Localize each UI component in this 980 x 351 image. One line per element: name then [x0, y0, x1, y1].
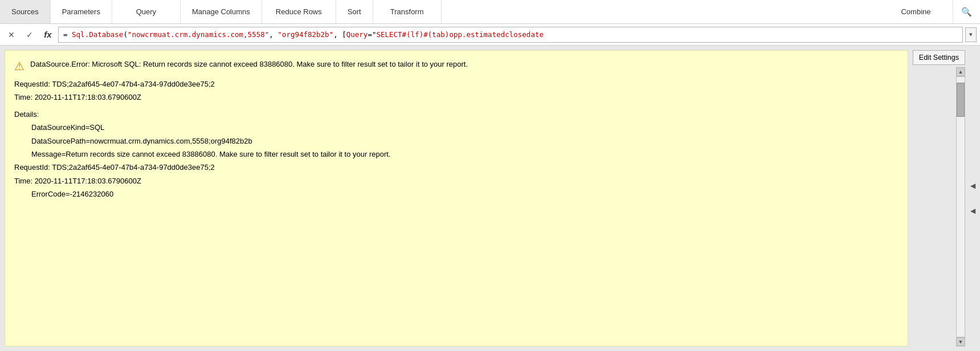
time-2: Time: 2020-11-11T17:18:03.6790600Z: [14, 174, 899, 187]
menu-manage-columns[interactable]: Manage Columns: [181, 0, 262, 23]
error-box: ⚠ DataSource.Error: Microsoft SQL: Retur…: [5, 50, 908, 346]
menu-sort[interactable]: Sort: [336, 0, 373, 23]
collapse-up-arrow[interactable]: ◀: [970, 182, 975, 190]
menu-bar: Sources Parameters Query Manage Columns …: [0, 0, 980, 24]
search-icon: 🔍: [961, 7, 972, 17]
menu-query[interactable]: Query: [112, 0, 181, 23]
collapse-arrows: ◀ ◀: [967, 48, 978, 349]
formula-input[interactable]: = Sql.Database("nowcrmuat.crm.dynamics.c…: [58, 27, 963, 43]
content-area: ⚠ DataSource.Error: Microsoft SQL: Retur…: [0, 46, 980, 351]
datasource-path: DataSourcePath=nowcrmuat.crm.dynamics.co…: [14, 134, 899, 148]
menu-parameters-label: Parameters: [62, 7, 100, 16]
scroll-up-arrow[interactable]: ▲: [956, 67, 965, 76]
menu-manage-columns-label: Manage Columns: [192, 7, 250, 16]
menu-transform[interactable]: Transform: [373, 0, 442, 23]
error-body: RequestId: TDS;2a2af645-4e07-47b4-a734-9…: [14, 77, 899, 201]
menu-combine[interactable]: Combine: [879, 0, 953, 23]
menu-transform-label: Transform: [390, 7, 424, 16]
scroll-thumb[interactable]: [957, 83, 965, 117]
request-id-2: RequestId: TDS;2a2af645-4e07-47b4-a734-9…: [14, 161, 899, 174]
formula-text: = Sql.Database("nowcrmuat.crm.dynamics.c…: [63, 30, 958, 39]
menu-query-label: Query: [136, 7, 156, 16]
fx-button[interactable]: fx: [40, 27, 56, 42]
scroll-track[interactable]: [956, 76, 965, 337]
datasource-kind: DataSourceKind=SQL: [14, 121, 899, 134]
request-id-1: RequestId: TDS;2a2af645-4e07-47b4-a734-9…: [14, 77, 899, 91]
search-button[interactable]: 🔍: [953, 0, 980, 23]
menu-sources[interactable]: Sources: [0, 0, 51, 23]
error-code: ErrorCode=-2146232060: [14, 187, 899, 201]
error-message: Message=Return records size cannot excee…: [14, 148, 899, 161]
menu-spacer: [442, 0, 879, 23]
error-title: DataSource.Error: Microsoft SQL: Return …: [30, 59, 468, 70]
time-1: Time: 2020-11-11T17:18:03.6790600Z: [14, 91, 899, 104]
edit-settings-button[interactable]: Edit Settings: [913, 50, 965, 65]
error-header: ⚠ DataSource.Error: Microsoft SQL: Retur…: [14, 59, 899, 73]
formula-expand-button[interactable]: ▾: [965, 27, 977, 42]
menu-parameters[interactable]: Parameters: [51, 0, 112, 23]
collapse-down-arrow[interactable]: ◀: [970, 207, 975, 215]
menu-combine-label: Combine: [901, 7, 930, 16]
menu-reduce-rows[interactable]: Reduce Rows: [262, 0, 336, 23]
accept-button[interactable]: ✓: [22, 27, 38, 42]
menu-sources-label: Sources: [11, 7, 39, 16]
warning-icon: ⚠: [14, 59, 24, 73]
details-label: Details:: [14, 108, 899, 121]
scroll-down-arrow[interactable]: ▼: [956, 337, 965, 346]
formula-bar: ✕ ✓ fx = Sql.Database("nowcrmuat.crm.dyn…: [0, 24, 980, 46]
cancel-button[interactable]: ✕: [3, 27, 19, 42]
menu-sort-label: Sort: [348, 7, 361, 16]
menu-reduce-rows-label: Reduce Rows: [276, 7, 322, 16]
main-panel: ⚠ DataSource.Error: Microsoft SQL: Retur…: [0, 46, 913, 351]
right-side: Edit Settings ▲ ▼ ◀ ◀: [913, 46, 980, 351]
